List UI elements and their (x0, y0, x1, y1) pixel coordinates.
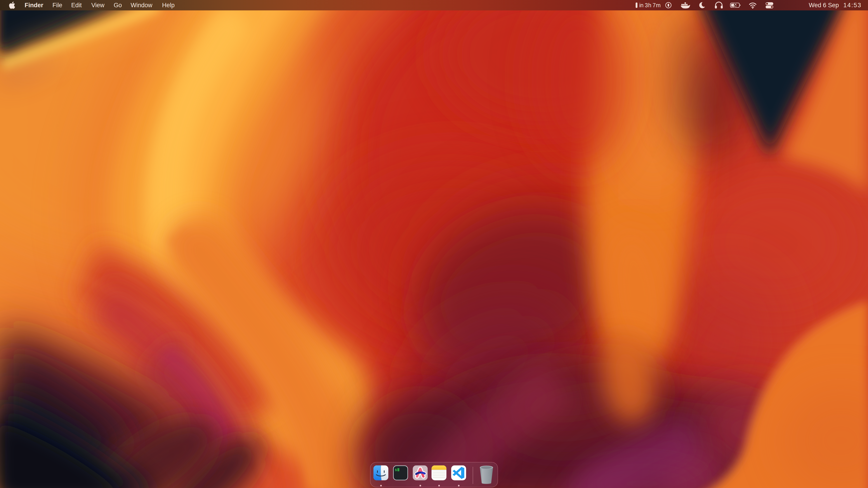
svg-text:$: $ (395, 468, 397, 472)
